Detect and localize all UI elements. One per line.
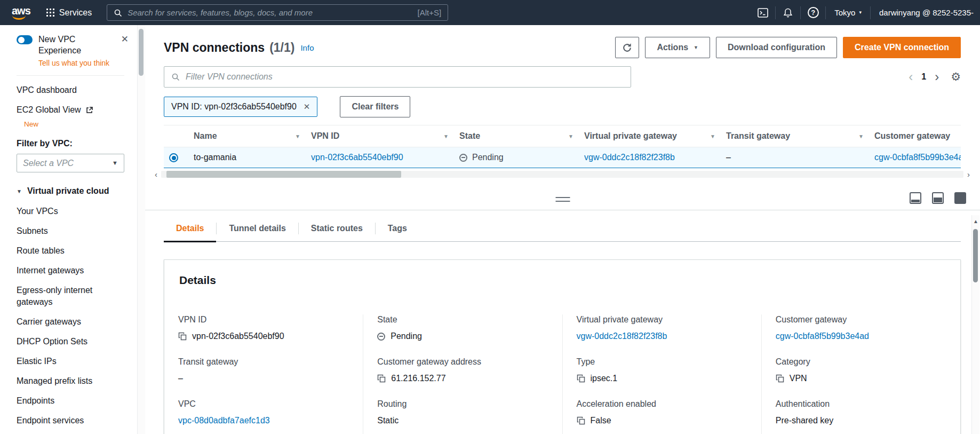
table-row[interactable]: to-gamania vpn-02f3c6ab5540ebf90 Pending… bbox=[164, 147, 961, 168]
sidebar-scrollbar-thumb[interactable] bbox=[139, 29, 144, 76]
cell-virtual-private-gateway-link[interactable]: vgw-0ddc2c18f82f23f8b bbox=[584, 153, 675, 162]
next-page-button[interactable]: › bbox=[935, 69, 939, 84]
column-header-state[interactable]: State▼ bbox=[454, 125, 579, 147]
tab-tunnel-details[interactable]: Tunnel details bbox=[217, 216, 298, 241]
vpc-select-placeholder: Select a VPC bbox=[23, 159, 74, 168]
cell-customer-gateway-link[interactable]: cgw-0cbfa8f5b99b3e4ad bbox=[874, 153, 961, 162]
filter-by-vpc-label: Filter by VPC: bbox=[17, 139, 129, 148]
scroll-up-icon[interactable]: ▲ bbox=[972, 218, 979, 224]
feedback-link[interactable]: Tell us what you think bbox=[38, 59, 124, 67]
info-link[interactable]: Info bbox=[300, 43, 314, 52]
notifications-button[interactable] bbox=[776, 0, 800, 25]
sidebar-item-endpoint-services[interactable]: Endpoint services bbox=[17, 415, 129, 427]
field-customer-gateway: Customer gateway cgw-0cbfa8f5b99b3e4ad bbox=[776, 314, 946, 342]
panel-large-bottom-layout-icon[interactable] bbox=[932, 192, 944, 204]
column-header-customer-gateway[interactable]: Customer gateway bbox=[869, 125, 961, 147]
remove-filter-icon[interactable]: ✕ bbox=[304, 102, 310, 112]
details-card: Details VPN ID vpn-02f3c6ab5540ebf90 Tra… bbox=[164, 259, 961, 434]
tab-details[interactable]: Details bbox=[164, 216, 216, 241]
help-button[interactable]: ? bbox=[801, 0, 825, 25]
customer-gateway-link[interactable]: cgw-0cbfa8f5b99b3e4ad bbox=[776, 331, 869, 342]
close-icon[interactable]: ✕ bbox=[121, 34, 129, 45]
clear-filters-button[interactable]: Clear filters bbox=[340, 96, 410, 117]
vertical-scrollbar-thumb[interactable] bbox=[973, 229, 978, 282]
panel-fullscreen-layout-icon[interactable] bbox=[954, 192, 966, 204]
panel-bottom-layout-icon[interactable] bbox=[910, 192, 921, 204]
sidebar-item-carrier-gateways[interactable]: Carrier gateways bbox=[17, 316, 129, 328]
copy-icon[interactable] bbox=[178, 332, 187, 341]
vpc-link[interactable]: vpc-08d0adbfa7aefc1d3 bbox=[178, 415, 270, 426]
services-label: Services bbox=[59, 8, 92, 18]
field-transit-gateway: Transit gateway – bbox=[178, 357, 349, 384]
sidebar-section-virtual-private-cloud[interactable]: ▼ Virtual private cloud bbox=[17, 186, 129, 196]
copy-icon[interactable] bbox=[577, 374, 585, 383]
copy-icon[interactable] bbox=[377, 374, 386, 383]
aws-logo[interactable]: aws bbox=[9, 5, 39, 20]
column-header-vpn-id[interactable]: VPN ID▼ bbox=[306, 125, 454, 147]
tab-tags[interactable]: Tags bbox=[376, 216, 419, 241]
refresh-icon bbox=[622, 43, 632, 53]
virtual-private-gateway-link[interactable]: vgw-0ddc2c18f82f23f8b bbox=[577, 331, 667, 342]
sidebar-item-egress-only-internet-gateways[interactable]: Egress-only internet gateways bbox=[17, 285, 129, 308]
sidebar-item-your-vpcs[interactable]: Your VPCs bbox=[17, 206, 129, 217]
cell-state: Pending bbox=[459, 153, 573, 162]
row-radio-selected[interactable] bbox=[169, 153, 178, 162]
search-icon bbox=[171, 73, 180, 81]
sidebar-item-internet-gateways[interactable]: Internet gateways bbox=[17, 265, 129, 277]
column-header-transit-gateway[interactable]: Transit gateway▼ bbox=[721, 125, 869, 147]
create-vpn-connection-button[interactable]: Create VPN connection bbox=[843, 37, 961, 58]
region-selector[interactable]: Tokyo ▾ bbox=[826, 8, 870, 17]
details-column: Customer gateway cgw-0cbfa8f5b99b3e4ad C… bbox=[761, 314, 960, 434]
column-header-virtual-private-gateway[interactable]: Virtual private gateway▼ bbox=[579, 125, 721, 147]
sidebar-item-vpc-dashboard[interactable]: VPC dashboard bbox=[17, 84, 129, 96]
split-panel-drag-handle[interactable] bbox=[555, 197, 570, 202]
previous-page-button[interactable]: ‹ bbox=[909, 69, 913, 84]
details-card-title: Details bbox=[164, 260, 960, 287]
scroll-right-icon[interactable]: › bbox=[965, 170, 973, 178]
region-label: Tokyo bbox=[834, 8, 855, 17]
sidebar-item-subnets[interactable]: Subnets bbox=[17, 225, 129, 237]
sidebar-nav: Your VPCs Subnets Route tables Internet … bbox=[17, 206, 129, 427]
copy-icon[interactable] bbox=[577, 416, 585, 425]
column-filter-icon[interactable]: ▼ bbox=[568, 133, 573, 139]
current-page[interactable]: 1 bbox=[921, 72, 926, 82]
sidebar-item-endpoints[interactable]: Endpoints bbox=[17, 395, 129, 407]
horizontal-scrollbar-thumb[interactable] bbox=[166, 171, 401, 178]
sidebar-item-managed-prefix-lists[interactable]: Managed prefix lists bbox=[17, 375, 129, 387]
refresh-button[interactable] bbox=[615, 37, 639, 58]
panel-layout-buttons bbox=[910, 192, 966, 204]
sidebar-item-route-tables[interactable]: Route tables bbox=[17, 245, 129, 257]
caret-down-icon: ▼ bbox=[694, 45, 698, 50]
column-filter-icon[interactable]: ▼ bbox=[858, 133, 864, 139]
global-search-input[interactable] bbox=[128, 8, 412, 17]
column-filter-icon[interactable]: ▼ bbox=[710, 133, 715, 139]
preferences-gear-icon[interactable]: ⚙ bbox=[951, 70, 961, 83]
sidebar-item-elastic-ips[interactable]: Elastic IPs bbox=[17, 356, 129, 367]
chevron-down-icon: ▾ bbox=[859, 10, 862, 15]
sidebar-scrollbar[interactable] bbox=[137, 25, 145, 434]
sidebar-item-dhcp-option-sets[interactable]: DHCP Option Sets bbox=[17, 336, 129, 348]
copy-icon[interactable] bbox=[776, 374, 784, 383]
vpn-filter-box[interactable] bbox=[164, 66, 631, 88]
horizontal-scrollbar[interactable]: ‹ › bbox=[152, 170, 973, 178]
cell-vpn-id-link[interactable]: vpn-02f3c6ab5540ebf90 bbox=[311, 153, 403, 162]
new-experience-toggle[interactable] bbox=[17, 35, 33, 44]
vpn-filter-input[interactable] bbox=[186, 72, 624, 82]
scroll-left-icon[interactable]: ‹ bbox=[152, 170, 160, 178]
global-search[interactable]: [Alt+S] bbox=[107, 4, 448, 21]
chevron-down-icon: ▼ bbox=[112, 160, 118, 166]
vertical-scrollbar[interactable]: ▲ bbox=[971, 215, 979, 434]
sidebar-item-ec2-global-view[interactable]: EC2 Global View bbox=[17, 104, 81, 116]
aws-logo-text: aws bbox=[12, 5, 30, 17]
actions-button[interactable]: Actions ▼ bbox=[645, 37, 710, 58]
cloudshell-button[interactable] bbox=[751, 0, 775, 25]
column-filter-icon[interactable]: ▼ bbox=[443, 133, 449, 139]
column-filter-icon[interactable]: ▼ bbox=[295, 133, 300, 139]
download-configuration-button[interactable]: Download configuration bbox=[716, 37, 837, 58]
vpc-select[interactable]: Select a VPC ▼ bbox=[17, 154, 124, 172]
column-header-name[interactable]: Name▼ bbox=[188, 125, 306, 147]
tab-static-routes[interactable]: Static routes bbox=[299, 216, 375, 241]
horizontal-scrollbar-track[interactable] bbox=[161, 171, 963, 178]
services-menu[interactable]: Services bbox=[39, 0, 99, 25]
account-menu[interactable]: darwinyang @ 8252-5235- bbox=[871, 8, 975, 17]
